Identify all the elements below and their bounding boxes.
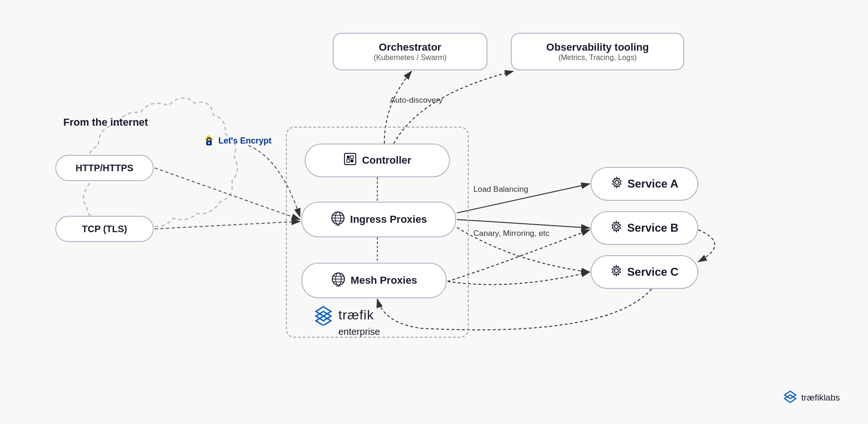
lets-encrypt-label: Let's Encrypt (202, 134, 271, 147)
observability-subtitle: (Metrics, Tracing, Logs) (558, 53, 636, 62)
ingress-label: Ingress Proxies (350, 213, 427, 226)
traefik-labs-text: træfiklabs (801, 393, 840, 403)
service-a-box: Service A (591, 167, 698, 201)
observability-box: Observability tooling (Metrics, Tracing,… (511, 33, 684, 70)
controller-box: Controller (305, 144, 450, 177)
controller-icon (343, 152, 357, 169)
auto-discovery-label: Auto-discovery (390, 96, 442, 105)
service-b-label: Service B (627, 221, 678, 235)
load-balancing-label: Load Balancing (473, 185, 528, 194)
tcp-tls-box: TCP (TLS) (55, 216, 154, 242)
lets-encrypt-icon (202, 134, 216, 147)
service-a-gear-icon (611, 176, 623, 191)
tcp-label: TCP (TLS) (82, 224, 127, 235)
observability-title: Observability tooling (546, 41, 649, 53)
service-c-gear-icon (610, 265, 622, 280)
diagram-container: From the internet HTTP/HTTPS TCP (TLS) L… (0, 0, 868, 424)
svg-point-39 (614, 269, 618, 273)
service-c-label: Service C (627, 265, 678, 279)
svg-point-38 (614, 225, 618, 228)
svg-rect-18 (347, 159, 350, 162)
mesh-label: Mesh Proxies (351, 274, 417, 287)
http-https-box: HTTP/HTTPS (55, 155, 154, 181)
svg-point-37 (615, 181, 619, 184)
service-b-box: Service B (591, 211, 698, 245)
svg-line-2 (155, 168, 300, 220)
canary-label: Canary, Mirroring, etc (473, 229, 549, 238)
svg-rect-17 (351, 156, 353, 159)
svg-line-7 (457, 220, 590, 228)
svg-rect-15 (344, 153, 356, 165)
service-b-gear-icon (610, 220, 622, 235)
svg-rect-16 (347, 156, 350, 159)
traefik-labs-logo: træfiklabs (783, 390, 840, 405)
traefik-enterprise-logo: træfik enterprise (313, 305, 380, 337)
mesh-icon (331, 272, 346, 289)
mesh-proxies-box: Mesh Proxies (301, 263, 447, 298)
ingress-icon (330, 211, 345, 228)
ingress-proxies-box: Ingress Proxies (301, 202, 456, 237)
controller-label: Controller (362, 154, 411, 167)
orchestrator-title: Orchestrator (379, 41, 441, 53)
service-c-box: Service C (591, 255, 698, 289)
traefik-enterprise-text: enterprise (338, 326, 380, 337)
svg-rect-19 (351, 159, 353, 162)
svg-line-3 (155, 221, 300, 229)
traefik-logo-text: træfik (338, 308, 374, 323)
from-internet-label: From the internet (63, 116, 148, 129)
http-label: HTTP/HTTPS (75, 163, 133, 174)
service-a-label: Service A (628, 177, 679, 190)
lets-encrypt-text: Let's Encrypt (218, 136, 271, 146)
orchestrator-box: Orchestrator (Kubernetes / Swarm) (333, 33, 487, 70)
svg-point-14 (208, 142, 210, 144)
orchestrator-subtitle: (Kubernetes / Swarm) (374, 53, 447, 62)
